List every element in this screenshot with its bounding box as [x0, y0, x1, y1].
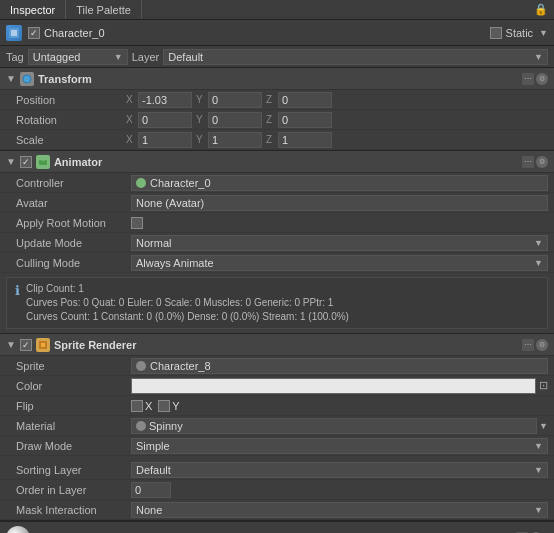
- material-field[interactable]: Spinny: [131, 418, 537, 434]
- apply-root-motion-checkbox[interactable]: [131, 217, 143, 229]
- position-y-group: Y: [196, 92, 262, 108]
- shader-section: Spinny ⋯ ⚙: [0, 521, 554, 533]
- animator-icon: [36, 155, 50, 169]
- mask-interaction-value: None: [136, 504, 162, 516]
- static-section: Static ▼: [490, 27, 548, 39]
- material-dropdown-arrow: ▼: [539, 421, 548, 431]
- tag-dropdown[interactable]: Untagged ▼: [28, 49, 128, 65]
- rotation-x-label: X: [126, 114, 136, 125]
- position-z-label: Z: [266, 94, 276, 105]
- object-icon: [6, 25, 22, 41]
- scale-z-group: Z: [266, 132, 332, 148]
- animator-info-text: Clip Count: 1 Curves Pos: 0 Quat: 0 Eule…: [26, 282, 349, 324]
- flip-group: X Y: [131, 400, 180, 412]
- scale-y-group: Y: [196, 132, 262, 148]
- flip-x-item: X: [131, 400, 152, 412]
- position-y-label: Y: [196, 94, 206, 105]
- rotation-x-input[interactable]: [138, 112, 192, 128]
- rotation-z-group: Z: [266, 112, 332, 128]
- controller-label: Controller: [16, 177, 131, 189]
- sprite-renderer-icon: [36, 338, 50, 352]
- info-icon: ℹ: [15, 283, 20, 298]
- sorting-layer-dropdown[interactable]: Default ▼: [131, 462, 548, 478]
- position-y-input[interactable]: [208, 92, 262, 108]
- color-field[interactable]: [131, 378, 536, 394]
- rotation-y-label: Y: [196, 114, 206, 125]
- rotation-label: Rotation: [16, 114, 126, 126]
- transform-foldout-btn[interactable]: ⋯: [522, 73, 534, 85]
- object-enable-checkbox[interactable]: [28, 27, 40, 39]
- material-dot-icon: [136, 421, 146, 431]
- flip-y-checkbox[interactable]: [158, 400, 170, 412]
- animator-vis-btn[interactable]: ⚙: [536, 156, 548, 168]
- position-z-input[interactable]: [278, 92, 332, 108]
- sprite-label: Sprite: [16, 360, 131, 372]
- tag-layer-row: Tag Untagged ▼ Layer Default ▼: [0, 46, 554, 68]
- update-mode-value: Normal: [136, 237, 171, 249]
- position-row: Position X Y Z: [0, 90, 554, 110]
- flip-y-item: Y: [158, 400, 179, 412]
- sprite-renderer-section-icons: ⋯ ⚙: [522, 339, 548, 351]
- animator-enable-checkbox[interactable]: [20, 156, 32, 168]
- shader-avatar-icon: [6, 526, 30, 534]
- layer-dropdown[interactable]: Default ▼: [163, 49, 548, 65]
- color-row: Color ⊡: [0, 376, 554, 396]
- tab-tile-palette[interactable]: Tile Palette: [66, 0, 142, 19]
- draw-mode-value: Simple: [136, 440, 170, 452]
- rotation-y-input[interactable]: [208, 112, 262, 128]
- lock-icon[interactable]: 🔒: [534, 3, 554, 16]
- flip-x-label: X: [145, 400, 152, 412]
- culling-mode-dropdown[interactable]: Always Animate ▼: [131, 255, 548, 271]
- controller-dot-icon: [136, 178, 146, 188]
- transform-section-icons: ⋯ ⚙: [522, 73, 548, 85]
- update-mode-dropdown[interactable]: Normal ▼: [131, 235, 548, 251]
- svg-point-2: [23, 75, 31, 83]
- flip-label: Flip: [16, 400, 131, 412]
- sprite-value-field[interactable]: Character_8: [131, 358, 548, 374]
- sorting-layer-value: Default: [136, 464, 171, 476]
- scale-y-input[interactable]: [208, 132, 262, 148]
- sprite-value: Character_8: [150, 360, 211, 372]
- animator-header[interactable]: ▼ Animator ⋯ ⚙: [0, 151, 554, 173]
- controller-value: Character_0: [150, 177, 211, 189]
- mask-interaction-arrow: ▼: [534, 505, 543, 515]
- rotation-z-label: Z: [266, 114, 276, 125]
- position-x-input[interactable]: [138, 92, 192, 108]
- transform-header[interactable]: ▼ Transform ⋯ ⚙: [0, 68, 554, 90]
- sprite-renderer-enable-checkbox[interactable]: [20, 339, 32, 351]
- draw-mode-label: Draw Mode: [16, 440, 131, 452]
- rotation-x-group: X: [126, 112, 192, 128]
- sprite-renderer-vis-btn[interactable]: ⚙: [536, 339, 548, 351]
- mask-interaction-dropdown[interactable]: None ▼: [131, 502, 548, 518]
- svg-rect-1: [11, 30, 17, 36]
- draw-mode-arrow: ▼: [534, 441, 543, 451]
- static-label: Static: [506, 27, 534, 39]
- static-dropdown-arrow[interactable]: ▼: [539, 28, 548, 38]
- scale-x-input[interactable]: [138, 132, 192, 148]
- flip-y-label: Y: [172, 400, 179, 412]
- draw-mode-dropdown[interactable]: Simple ▼: [131, 438, 548, 454]
- sprite-renderer-foldout-btn[interactable]: ⋯: [522, 339, 534, 351]
- svg-point-4: [41, 157, 45, 161]
- controller-value-field[interactable]: Character_0: [131, 175, 548, 191]
- tab-inspector[interactable]: Inspector: [0, 0, 66, 19]
- layer-dropdown-arrow: ▼: [534, 52, 543, 62]
- apply-root-motion-row: Apply Root Motion: [0, 213, 554, 233]
- color-dropper-icon[interactable]: ⊡: [539, 379, 548, 392]
- static-checkbox[interactable]: [490, 27, 502, 39]
- position-x-group: X: [126, 92, 192, 108]
- transform-icon: [20, 72, 34, 86]
- transform-vis-btn[interactable]: ⚙: [536, 73, 548, 85]
- rotation-z-input[interactable]: [278, 112, 332, 128]
- tag-label: Tag: [6, 51, 24, 63]
- animator-foldout-btn[interactable]: ⋯: [522, 156, 534, 168]
- order-in-layer-input[interactable]: [131, 482, 171, 498]
- scale-z-input[interactable]: [278, 132, 332, 148]
- sprite-dot-icon: [136, 361, 146, 371]
- sprite-renderer-header[interactable]: ▼ Sprite Renderer ⋯ ⚙: [0, 334, 554, 356]
- object-header: Character_0 Static ▼: [0, 20, 554, 46]
- flip-x-checkbox[interactable]: [131, 400, 143, 412]
- scale-y-label: Y: [196, 134, 206, 145]
- position-label: Position: [16, 94, 126, 106]
- avatar-value-field[interactable]: None (Avatar): [131, 195, 548, 211]
